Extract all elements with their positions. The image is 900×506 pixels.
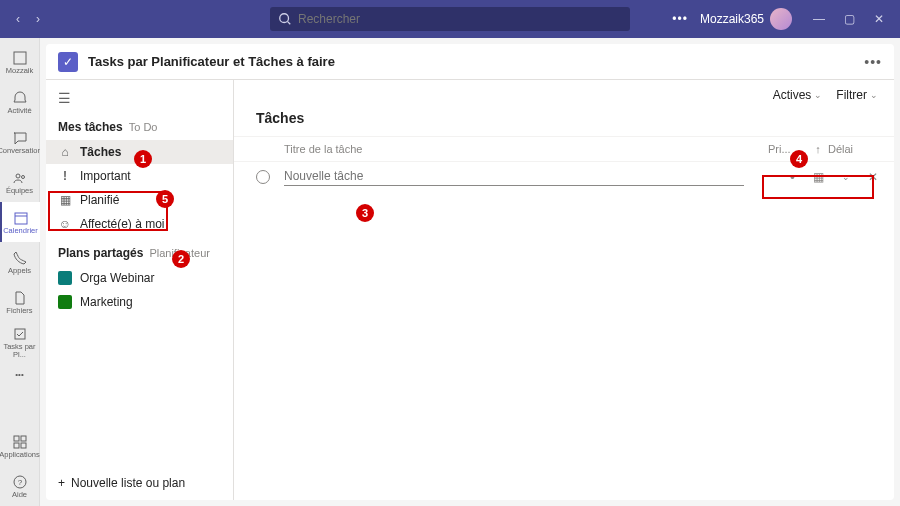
chevron-down-icon: ⌄ <box>870 90 878 100</box>
plus-icon: + <box>58 476 65 490</box>
rail-item-tasks[interactable]: Tasks par Pl... <box>0 322 40 362</box>
window-buttons: — ▢ ✕ <box>804 0 894 38</box>
filter-actives[interactable]: Actives⌄ <box>773 88 823 102</box>
sidebar-item-assigned[interactable]: ☺ Affecté(e) à moi <box>46 212 233 236</box>
sidebar-item-important[interactable]: ! Important <box>46 164 233 188</box>
app-rail: Mozzaik Activité Conversation Équipes Ca… <box>0 38 40 506</box>
app-more-icon[interactable]: ••• <box>864 54 882 70</box>
rail-item-files[interactable]: Fichiers <box>0 282 40 322</box>
svg-point-3 <box>16 174 20 178</box>
plan-icon <box>58 271 72 285</box>
app-header: ✓ Tasks par Planificateur et Tâches à fa… <box>46 44 894 80</box>
more-icon[interactable]: ••• <box>672 12 688 26</box>
svg-rect-10 <box>14 443 19 448</box>
rail-item-calls[interactable]: Appels <box>0 242 40 282</box>
sidebar-item-tasks[interactable]: ⌂ Tâches <box>46 140 233 164</box>
search-box[interactable] <box>270 7 630 31</box>
plan-icon <box>58 295 72 309</box>
section-shared-plans: Plans partagés Planificateur <box>46 236 233 266</box>
nav-forward-icon[interactable]: › <box>30 12 46 26</box>
filter-filtrer[interactable]: Filtrer⌄ <box>836 88 878 102</box>
rail-item-mozzaik[interactable]: Mozzaik <box>0 42 40 82</box>
radio-icon[interactable] <box>256 170 270 184</box>
important-icon: ! <box>58 169 72 183</box>
svg-rect-5 <box>15 213 27 224</box>
col-deadline[interactable]: Délai <box>828 143 878 155</box>
chevron-down-icon[interactable]: ⌄ <box>842 172 850 182</box>
minimize-button[interactable]: — <box>804 0 834 38</box>
left-pane: ☰ Mes tâches To Do ⌂ Tâches ! Important <box>46 80 234 500</box>
svg-line-1 <box>288 22 291 25</box>
new-task-row[interactable]: • ▦ ⌄ ✕ <box>234 162 894 192</box>
plan-item-marketing[interactable]: Marketing <box>46 290 233 314</box>
plan-item-orga-webinar[interactable]: Orga Webinar <box>46 266 233 290</box>
rail-item-chat[interactable]: Conversation <box>0 122 40 162</box>
columns-header: Titre de la tâche Pri... ↑ Délai <box>234 136 894 162</box>
content-pane: Actives⌄ Filtrer⌄ Tâches Titre de la tâc… <box>234 80 894 500</box>
svg-rect-2 <box>14 52 26 64</box>
col-title[interactable]: Titre de la tâche <box>256 143 768 155</box>
new-list-button[interactable]: + Nouvelle liste ou plan <box>46 466 233 500</box>
rail-item-teams[interactable]: Équipes <box>0 162 40 202</box>
calendar-icon: ▦ <box>58 193 72 207</box>
titlebar-right: ••• Mozzaik365 — ▢ ✕ <box>672 0 900 38</box>
nav-arrows: ‹ › <box>10 12 46 26</box>
sidebar-item-planned[interactable]: ▦ Planifié <box>46 188 233 212</box>
rail-item-calendar[interactable]: Calendrier <box>0 202 40 242</box>
section-my-tasks: Mes tâches To Do <box>46 110 233 140</box>
svg-point-4 <box>21 175 24 178</box>
svg-rect-8 <box>14 436 19 441</box>
search-input[interactable] <box>298 12 622 26</box>
chevron-down-icon: ⌄ <box>814 90 822 100</box>
close-button[interactable]: ✕ <box>864 0 894 38</box>
app-icon: ✓ <box>58 52 78 72</box>
svg-rect-11 <box>21 443 26 448</box>
rail-item-apps[interactable]: Applications <box>0 426 40 466</box>
app-title: Tasks par Planificateur et Tâches à fair… <box>88 54 335 69</box>
org-label: Mozzaik365 <box>700 12 764 26</box>
calendar-icon[interactable]: ▦ <box>813 170 824 184</box>
avatar <box>770 8 792 30</box>
org-switcher[interactable]: Mozzaik365 <box>700 8 792 30</box>
nav-back-icon[interactable]: ‹ <box>10 12 26 26</box>
rail-item-activity[interactable]: Activité <box>0 82 40 122</box>
rail-more-icon[interactable]: ••• <box>0 362 40 386</box>
svg-text:?: ? <box>17 478 22 487</box>
titlebar: ‹ › ••• Mozzaik365 — ▢ ✕ <box>0 0 900 38</box>
hamburger-icon[interactable]: ☰ <box>46 86 233 110</box>
maximize-button[interactable]: ▢ <box>834 0 864 38</box>
new-task-input[interactable] <box>284 169 744 186</box>
sort-asc-icon[interactable]: ↑ <box>808 143 828 155</box>
svg-rect-9 <box>21 436 26 441</box>
svg-rect-7 <box>15 329 25 339</box>
home-icon: ⌂ <box>58 145 72 159</box>
col-priority[interactable]: Pri... <box>768 143 808 155</box>
rail-item-help[interactable]: ?Aide <box>0 466 40 506</box>
content-heading: Tâches <box>234 106 894 136</box>
search-icon <box>278 12 292 26</box>
close-icon[interactable]: ✕ <box>868 170 878 184</box>
person-icon: ☺ <box>58 217 72 231</box>
svg-point-0 <box>280 14 289 23</box>
